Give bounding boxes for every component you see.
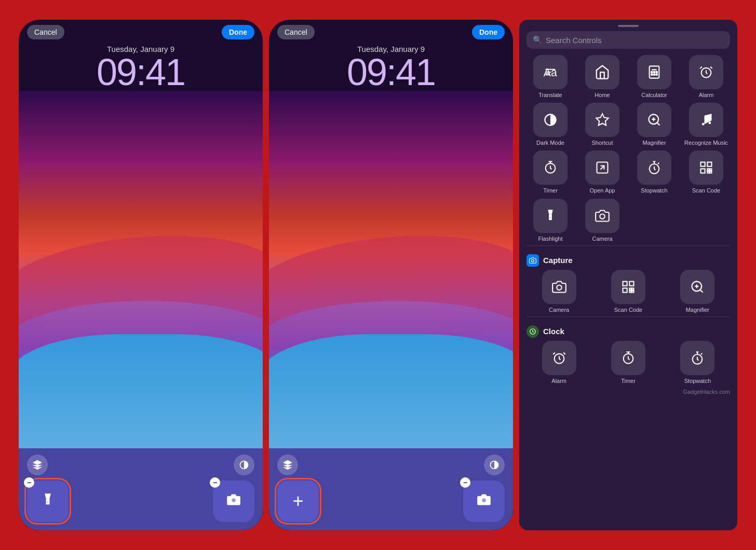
grid-item-flashlight[interactable]: Flashlight xyxy=(526,199,574,242)
capture-magnifier[interactable]: Magnifier xyxy=(665,270,730,313)
clock-stopwatch-label: Stopwatch xyxy=(684,378,711,384)
clock-timer[interactable]: Timer xyxy=(596,341,660,384)
phone2-bottom-area: + − xyxy=(269,448,513,530)
search-bar[interactable]: 🔍 Search Controls xyxy=(526,31,730,49)
svg-point-3 xyxy=(481,498,486,502)
svg-rect-51 xyxy=(629,288,631,290)
svg-line-56 xyxy=(700,290,703,292)
flashlight-label: Flashlight xyxy=(538,236,562,242)
phone-screen-1: Cancel Done Tuesday, January 9 09:41 xyxy=(19,20,263,530)
grid-item-alarm[interactable]: Alarm xyxy=(682,55,730,99)
timer-label: Timer xyxy=(543,187,558,194)
magnifier-label: Magnifier xyxy=(642,140,666,146)
svg-line-62 xyxy=(563,352,565,354)
shortcut-label: Shortcut xyxy=(592,140,613,146)
stopwatch-label: Stopwatch xyxy=(641,187,667,194)
grid-item-home[interactable]: Home xyxy=(578,55,626,99)
calculator-icon-bg xyxy=(637,55,671,89)
clock-alarm[interactable]: Alarm xyxy=(526,341,591,384)
svg-point-15 xyxy=(656,72,657,73)
phone1-camera-btn[interactable]: − xyxy=(213,480,254,522)
clock-section-title: Clock xyxy=(543,327,564,336)
phone1-bottom-area: − − xyxy=(19,448,263,530)
phone2-cancel-button[interactable]: Cancel xyxy=(277,25,315,39)
phone2-wallpaper xyxy=(269,91,513,448)
main-container: Cancel Done Tuesday, January 9 09:41 xyxy=(9,10,747,540)
panel-notch xyxy=(618,25,639,27)
recognize-music-icon-bg xyxy=(689,103,723,137)
darkmode-icon-bg xyxy=(533,103,568,137)
grid-item-recognize-music[interactable]: Recognize Music xyxy=(682,103,730,146)
phone2-camera-btn[interactable]: − xyxy=(463,480,505,522)
svg-point-16 xyxy=(651,74,653,75)
clock-timer-icon-bg xyxy=(611,341,645,375)
clock-alarm-icon-bg xyxy=(542,341,576,375)
grid-item-scan-code[interactable]: Scan Code xyxy=(682,150,730,194)
phone1-done-button[interactable]: Done xyxy=(222,25,254,39)
flashlight-icon-bg xyxy=(533,199,568,233)
grid-item-calculator[interactable]: Calculator xyxy=(630,55,678,99)
right-panel: 🔍 Search Controls Aa Translate Home xyxy=(519,20,737,530)
phone2-time: 09:41 xyxy=(269,53,513,91)
svg-line-35 xyxy=(658,163,659,164)
translate-label: Translate xyxy=(538,92,562,99)
grid-item-shortcut[interactable]: Shortcut xyxy=(578,103,626,146)
magnifier-icon-bg xyxy=(637,103,671,137)
capture-camera[interactable]: Camera xyxy=(526,270,591,313)
svg-marker-22 xyxy=(596,114,608,126)
phone1-cancel-button[interactable]: Cancel xyxy=(27,25,64,39)
svg-line-24 xyxy=(657,123,659,126)
clock-section-icon xyxy=(526,325,539,338)
home-label: Home xyxy=(595,92,610,99)
phone2-done-button[interactable]: Done xyxy=(472,25,505,39)
alarm-icon-bg xyxy=(689,55,723,89)
phone2-plus-icon: + xyxy=(292,490,303,512)
phone2-controls-row: + − xyxy=(277,480,505,522)
phone1-flashlight-btn[interactable]: − xyxy=(27,480,69,522)
stopwatch-icon-bg xyxy=(637,150,671,185)
calculator-label: Calculator xyxy=(641,92,667,99)
svg-rect-54 xyxy=(632,291,634,293)
recognize-music-label: Recognize Music xyxy=(684,140,728,146)
capture-section-title: Capture xyxy=(543,256,573,265)
grid-item-camera[interactable]: Camera xyxy=(578,199,626,242)
phone1-camera-minus-badge[interactable]: − xyxy=(210,477,220,488)
phone-screen-2: Cancel Done Tuesday, January 9 09:41 xyxy=(269,20,513,530)
phone2-camera-icon xyxy=(477,492,491,511)
camera-label: Camera xyxy=(592,236,612,242)
capture-section-icon xyxy=(526,254,539,267)
clock-section-label: Clock xyxy=(519,320,737,341)
capture-section-label: Capture xyxy=(519,249,737,270)
search-input[interactable]: Search Controls xyxy=(546,36,602,45)
phone1-minus-badge[interactable]: − xyxy=(24,477,34,488)
svg-rect-41 xyxy=(707,171,709,173)
svg-rect-53 xyxy=(629,291,631,293)
phone2-camera-minus-badge[interactable]: − xyxy=(460,477,470,488)
controls-grid: Aa Translate Home Calculator xyxy=(519,55,737,242)
translate-icon-bg: Aa xyxy=(533,55,568,89)
phone1-camera-icon xyxy=(226,492,241,511)
divider-2 xyxy=(526,317,730,317)
grid-item-translate[interactable]: Aa Translate xyxy=(526,55,574,99)
darkmode-label: Dark Mode xyxy=(536,140,564,146)
grid-item-stopwatch[interactable]: Stopwatch xyxy=(630,150,678,194)
phone2-add-btn[interactable]: + xyxy=(277,480,319,522)
clock-stopwatch[interactable]: Stopwatch xyxy=(665,341,730,384)
svg-rect-48 xyxy=(623,281,627,285)
phone1-flashlight-icon xyxy=(40,492,55,511)
svg-point-44 xyxy=(549,216,551,218)
grid-item-timer[interactable]: Timer xyxy=(526,150,574,194)
scan-code-icon-bg xyxy=(689,150,723,185)
capture-scan-code[interactable]: Scan Code xyxy=(596,270,660,313)
shortcut-icon-bg xyxy=(585,103,619,137)
capture-scan-code-icon-bg xyxy=(611,270,645,304)
svg-rect-52 xyxy=(632,288,634,290)
svg-line-69 xyxy=(701,353,702,354)
grid-item-magnifier[interactable]: Magnifier xyxy=(630,103,678,146)
panel-scroll[interactable]: Aa Translate Home Calculator xyxy=(519,55,737,530)
phone1-layers-icon xyxy=(27,455,48,475)
grid-item-open-app[interactable]: Open App xyxy=(578,150,626,194)
capture-camera-icon-bg xyxy=(542,270,576,304)
capture-camera-label: Camera xyxy=(549,307,569,313)
grid-item-darkmode[interactable]: Dark Mode xyxy=(526,103,574,146)
